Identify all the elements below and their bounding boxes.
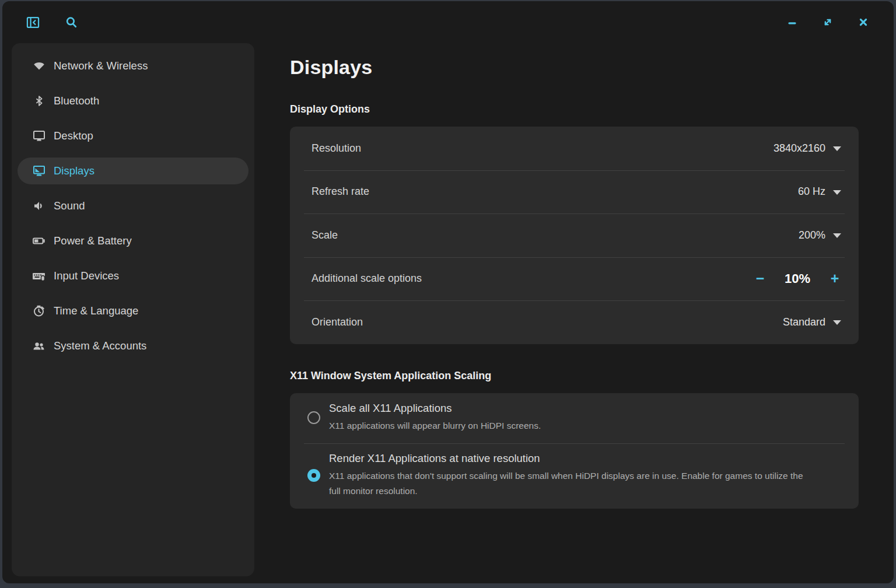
sidebar-collapse-icon bbox=[25, 15, 41, 30]
settings-window: Network & Wireless Bluetooth Desktop bbox=[2, 1, 894, 583]
resolution-label: Resolution bbox=[312, 142, 774, 155]
orientation-value: Standard bbox=[783, 316, 825, 328]
orientation-label: Orientation bbox=[312, 316, 783, 328]
chevron-down-icon bbox=[833, 146, 841, 151]
display-options-heading: Display Options bbox=[290, 103, 859, 116]
sidebar-toggle-button[interactable] bbox=[24, 14, 41, 30]
x11-scaling-panel: Scale all X11 Applications X11 applicati… bbox=[290, 393, 859, 509]
scale-dropdown[interactable]: 200% bbox=[799, 229, 841, 242]
sidebar-item-desktop[interactable]: Desktop bbox=[18, 123, 249, 149]
increase-scale-button[interactable]: + bbox=[828, 271, 841, 286]
desktop-icon bbox=[32, 129, 46, 144]
refresh-rate-label: Refresh rate bbox=[312, 186, 798, 198]
scale-row: Scale 200% bbox=[290, 214, 859, 257]
battery-icon bbox=[32, 234, 46, 249]
sidebar-item-power-battery[interactable]: Power & Battery bbox=[18, 228, 249, 254]
chevron-down-icon bbox=[833, 320, 841, 325]
maximize-button[interactable] bbox=[820, 14, 836, 30]
additional-scale-label: Additional scale options bbox=[312, 272, 754, 285]
refresh-rate-row: Refresh rate 60 Hz bbox=[290, 170, 859, 214]
sidebar-item-sound[interactable]: Sound bbox=[18, 192, 249, 219]
close-button[interactable] bbox=[855, 14, 872, 30]
scale-label: Scale bbox=[312, 229, 799, 242]
search-icon bbox=[64, 15, 79, 30]
minimize-icon bbox=[786, 16, 799, 29]
render-native-x11-option[interactable]: Render X11 Applications at native resolu… bbox=[290, 443, 859, 509]
sidebar-item-label: Bluetooth bbox=[54, 94, 99, 107]
display-options-panel: Resolution 3840x2160 Refresh rate 60 Hz … bbox=[290, 127, 859, 344]
resolution-value: 3840x2160 bbox=[774, 142, 825, 155]
sidebar-item-label: Displays bbox=[54, 164, 94, 177]
window-controls bbox=[784, 14, 880, 30]
resolution-dropdown[interactable]: 3840x2160 bbox=[774, 142, 841, 155]
wifi-icon bbox=[32, 59, 46, 74]
sidebar-item-label: Power & Battery bbox=[54, 235, 132, 247]
main-content: Displays Display Options Resolution 3840… bbox=[290, 43, 859, 583]
chevron-down-icon bbox=[833, 190, 841, 195]
scale-value: 200% bbox=[799, 229, 825, 242]
displays-icon bbox=[32, 164, 46, 178]
sidebar: Network & Wireless Bluetooth Desktop bbox=[12, 43, 254, 576]
additional-scale-row: Additional scale options − 10% + bbox=[290, 257, 859, 301]
page-title: Displays bbox=[290, 56, 859, 79]
clock-icon bbox=[32, 304, 46, 318]
sidebar-item-label: Network & Wireless bbox=[54, 60, 148, 72]
additional-scale-stepper: − 10% + bbox=[754, 271, 841, 286]
refresh-rate-dropdown[interactable]: 60 Hz bbox=[798, 186, 841, 198]
additional-scale-value: 10% bbox=[779, 271, 816, 286]
sidebar-item-network-wireless[interactable]: Network & Wireless bbox=[18, 52, 249, 79]
decrease-scale-button[interactable]: − bbox=[754, 271, 766, 286]
maximize-icon bbox=[821, 16, 834, 29]
radio-selected[interactable] bbox=[307, 469, 320, 482]
x11-scaling-heading: X11 Window System Application Scaling bbox=[290, 370, 859, 382]
speaker-icon bbox=[32, 199, 46, 214]
scale-all-x11-option[interactable]: Scale all X11 Applications X11 applicati… bbox=[290, 393, 859, 443]
sidebar-item-label: Time & Language bbox=[54, 304, 138, 317]
chevron-down-icon bbox=[833, 233, 841, 238]
keyboard-mouse-icon bbox=[32, 269, 46, 284]
sidebar-item-displays[interactable]: Displays bbox=[18, 158, 249, 184]
bluetooth-icon bbox=[32, 94, 46, 108]
radio-unselected[interactable] bbox=[307, 411, 320, 424]
resolution-row: Resolution 3840x2160 bbox=[290, 127, 859, 170]
titlebar bbox=[2, 1, 894, 43]
sidebar-item-system-accounts[interactable]: System & Accounts bbox=[18, 332, 249, 359]
close-icon bbox=[857, 16, 870, 29]
sidebar-item-bluetooth[interactable]: Bluetooth bbox=[18, 88, 249, 114]
sidebar-item-label: Desktop bbox=[54, 130, 93, 142]
refresh-rate-value: 60 Hz bbox=[798, 186, 825, 198]
option-description: X11 applications will appear blurry on H… bbox=[329, 418, 813, 433]
sidebar-item-label: Sound bbox=[54, 200, 85, 212]
option-title: Scale all X11 Applications bbox=[329, 402, 841, 415]
orientation-dropdown[interactable]: Standard bbox=[783, 316, 841, 328]
search-button[interactable] bbox=[63, 14, 79, 30]
orientation-row: Orientation Standard bbox=[290, 300, 859, 344]
sidebar-item-time-language[interactable]: Time & Language bbox=[18, 298, 249, 324]
option-description: X11 applications that don't support scal… bbox=[329, 468, 813, 499]
sidebar-item-label: Input Devices bbox=[54, 270, 119, 282]
users-icon bbox=[32, 339, 46, 354]
sidebar-item-label: System & Accounts bbox=[54, 340, 146, 352]
option-title: Render X11 Applications at native resolu… bbox=[329, 452, 841, 465]
sidebar-item-input-devices[interactable]: Input Devices bbox=[18, 262, 249, 289]
minimize-button[interactable] bbox=[784, 14, 800, 30]
